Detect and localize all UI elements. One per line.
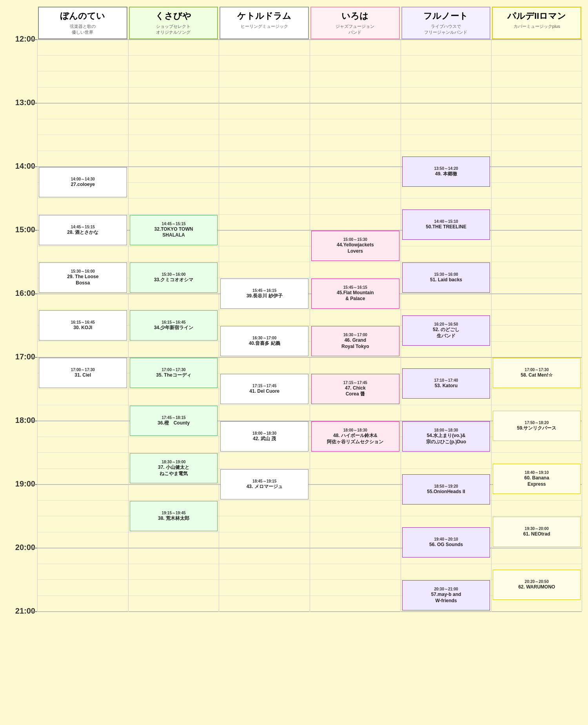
event-col4-0[interactable]: 15:00～15:3044.Yellowjackets Lovers xyxy=(311,231,399,261)
event-col4-3[interactable]: 17:15～17:4547. Chick Corea 醤 xyxy=(311,374,399,404)
event-col2-0[interactable]: 14:45～15:1532.TOKYO TOWN SHALALA xyxy=(130,215,218,245)
event-col5-6[interactable]: 18:50～19:2055.OnionHeads II xyxy=(402,474,490,505)
event-time-col4-0: 15:00～15:30 xyxy=(343,237,367,242)
event-col6-3[interactable]: 19:30～20:0061. NEOtrad xyxy=(493,517,581,547)
mline-col3 xyxy=(219,278,310,278)
event-col4-4[interactable]: 18:00～18:3048. ハイボール鈴木& 阿佐ヶ谷リズムセクション xyxy=(311,421,399,452)
event-col3-3[interactable]: 18:00～18:3042. 武山 茂 xyxy=(220,421,309,452)
mline-col2 xyxy=(129,532,219,532)
schedule-body: 12:0013:0014:0015:0016:0017:0018:0019:00… xyxy=(6,39,582,611)
event-time-col5-6: 18:50～19:20 xyxy=(434,484,458,489)
event-time-col1-0: 14:00～14:30 xyxy=(71,177,95,182)
event-col2-6[interactable]: 19:15～19:4538. 荒木林太郎 xyxy=(130,501,218,531)
event-name-col5-8: 57.may-b and W-friends xyxy=(431,592,461,604)
event-time-col4-3: 17:15～17:45 xyxy=(343,381,367,385)
col-subtitle-col3: ヒーリングミュージック xyxy=(222,24,307,29)
mline-col2 xyxy=(129,71,219,71)
hline-col4-20:00 xyxy=(310,548,401,548)
event-col2-2[interactable]: 16:15～16:4534.少年新宿ライン xyxy=(130,310,218,341)
hline-col4-19:00 xyxy=(310,484,401,485)
mline-col4 xyxy=(310,310,401,310)
event-col5-2[interactable]: 15:30～16:0051. Laid backs xyxy=(402,262,490,293)
mline-col2 xyxy=(129,135,219,135)
event-time-col5-4: 17:10～17:40 xyxy=(434,378,458,383)
event-col1-4[interactable]: 17:00～17:3031. Ciel xyxy=(39,358,127,388)
event-col4-2[interactable]: 16:30～17:0046. Grand Royal Tokyo xyxy=(311,326,399,356)
event-col4-1[interactable]: 15:45～16:1545.Flat Mountain & Palace xyxy=(311,279,399,309)
hline-col6-20:00 xyxy=(492,548,582,548)
event-col1-0[interactable]: 14:00～14:3027.coloeye xyxy=(39,167,127,197)
mline-col1 xyxy=(38,135,128,135)
mline-col1 xyxy=(38,262,128,262)
time-tick-18:00 xyxy=(31,421,37,421)
mline-col2 xyxy=(129,341,219,342)
event-col5-1[interactable]: 14:40～15:1050.THE TREELINE xyxy=(402,209,490,240)
mline-col1 xyxy=(38,310,128,310)
event-col1-3[interactable]: 16:15～16:4530. KOJI xyxy=(39,310,127,341)
event-col6-2[interactable]: 18:40～19:1060. Banana Express xyxy=(493,464,581,494)
event-time-col5-3: 16:20～16:50 xyxy=(434,322,458,327)
mline-col2 xyxy=(129,389,219,389)
event-time-col5-2: 15:30～16:00 xyxy=(434,272,458,277)
mline-col6 xyxy=(492,405,582,405)
hline-col2-16:00 xyxy=(129,293,219,294)
mline-col2 xyxy=(129,198,219,199)
event-col5-3[interactable]: 16:20～16:5052. のどごし 生バンド xyxy=(402,315,490,346)
event-col5-0[interactable]: 13:50～14:2049. 本郷徹 xyxy=(402,157,490,187)
event-col5-5[interactable]: 18:00～18:3054.水上まり(vo.)& 宗のぶひこ(p.)Duo xyxy=(402,421,490,452)
event-col1-2[interactable]: 15:30～16:0029. The Loose Bossa xyxy=(39,262,127,293)
mline-col6 xyxy=(492,55,582,56)
event-col5-7[interactable]: 19:40～20:1056. OG Sounds xyxy=(402,527,490,557)
col-title-col3: ケトルドラム xyxy=(222,11,307,22)
time-tick-20:00 xyxy=(31,548,37,548)
hline-col5-12:00 xyxy=(401,39,492,40)
mline-col2 xyxy=(129,564,219,564)
event-col2-3[interactable]: 17:00～17:3035. Theコーディ xyxy=(130,358,218,388)
event-time-col3-1: 16:30～17:00 xyxy=(252,336,276,341)
col-subtitle-col4: ジャズフュージョン バンド xyxy=(313,24,397,36)
col-title-col6: パルデIIロマン xyxy=(494,11,579,22)
event-col5-8[interactable]: 20:30～21:0057.may-b and W-friends xyxy=(402,580,490,610)
event-name-col5-7: 56. OG Sounds xyxy=(429,542,463,548)
event-col6-4[interactable]: 20:20～20:5062. WARUMONO xyxy=(493,570,581,600)
event-col2-5[interactable]: 18:30～19:0037. 小山健太と ねこやま電気 xyxy=(130,453,218,483)
event-col2-4[interactable]: 17:45～18:1536.橙 County xyxy=(130,406,218,436)
event-col3-1[interactable]: 16:30～17:0040.音喜多 紀義 xyxy=(220,326,309,356)
mline-col4 xyxy=(310,325,401,326)
mline-col2 xyxy=(129,452,219,453)
event-col5-4[interactable]: 17:10～17:4053. Katoru xyxy=(402,368,490,399)
mline-col4 xyxy=(310,71,401,71)
event-col6-1[interactable]: 17:50～18:2059.サンリクバース xyxy=(493,411,581,441)
event-name-col6-1: 59.サンリクバース xyxy=(517,425,557,432)
col-title-col5: フルノート xyxy=(404,11,488,22)
event-name-col1-4: 31. Ciel xyxy=(74,372,91,379)
event-name-col1-0: 27.coloeye xyxy=(71,182,95,188)
event-col1-1[interactable]: 14:45～15:1528. 酒とさかな xyxy=(39,215,127,245)
event-name-col5-5: 54.水上まり(vo.)& 宗のぶひこ(p.)Duo xyxy=(426,433,466,445)
event-name-col4-3: 47. Chick Corea 醤 xyxy=(345,385,366,397)
mline-col1 xyxy=(38,87,128,87)
mline-col6 xyxy=(492,198,582,199)
event-col6-0[interactable]: 17:00～17:3058. Cat Men!☆ xyxy=(493,358,581,388)
event-name-col1-2: 29. The Loose Bossa xyxy=(67,274,98,286)
lane-col3: 15:45～16:1539.長谷川 紗伊子16:30～17:0040.音喜多 紀… xyxy=(219,39,310,611)
time-tick-19:00 xyxy=(31,484,37,485)
event-time-col4-1: 15:45～16:15 xyxy=(343,285,367,290)
event-col3-4[interactable]: 18:45～19:1543. メロマージュ xyxy=(220,469,309,499)
mline-col3 xyxy=(219,516,310,516)
mline-col4 xyxy=(310,262,401,262)
col-title-col4: いろは xyxy=(313,11,397,22)
event-col3-2[interactable]: 17:15～17:4541. Del Cuore xyxy=(220,374,309,404)
event-col2-1[interactable]: 15:30～16:0033.クミコオオシマ xyxy=(130,262,218,293)
mline-col1 xyxy=(38,341,128,342)
event-col3-0[interactable]: 15:45～16:1539.長谷川 紗伊子 xyxy=(220,279,309,309)
mline-col4 xyxy=(310,564,401,564)
event-time-col1-3: 16:15～16:45 xyxy=(71,320,95,325)
event-time-col6-2: 18:40～19:10 xyxy=(525,470,549,475)
mline-col4 xyxy=(310,500,401,501)
hline-col1-16:00 xyxy=(38,293,128,294)
mline-col6 xyxy=(492,182,582,183)
mline-col3 xyxy=(219,405,310,405)
mline-col3 xyxy=(219,310,310,310)
mline-col1 xyxy=(38,468,128,469)
